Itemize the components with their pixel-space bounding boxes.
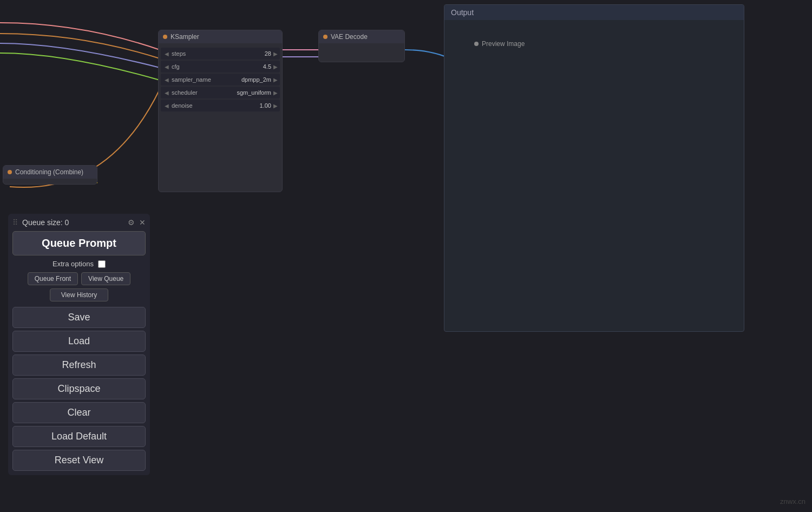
ksampler-body: ◀ steps 28 ▶ ◀ cfg 4.5 ▶ ◀ sampler_name … [159,43,282,192]
preview-dot [474,42,479,46]
vae-dot [323,35,328,39]
conditioning-header: Conditioning (Combine) [3,166,97,179]
close-button[interactable]: ✕ [139,218,146,227]
sampler-left-arrow[interactable]: ◀ [163,77,171,83]
conditioning-node[interactable]: Conditioning (Combine) [3,165,97,185]
extra-options-row: Extra options [12,260,146,268]
denoise-left-arrow[interactable]: ◀ [163,103,171,109]
output-title: Output [444,5,744,20]
cfg-left-arrow[interactable]: ◀ [163,64,171,70]
param-sampler-name[interactable]: ◀ sampler_name dpmpp_2m ▶ [161,74,280,86]
cfg-value: 4.5 [263,63,271,70]
refresh-button[interactable]: Refresh [12,355,146,376]
canvas-area: KSampler ◀ steps 28 ▶ ◀ cfg 4.5 ▶ ◀ samp… [0,0,812,512]
sidebar-panel: ⠿ Queue size: 0 ⚙ ✕ Queue Prompt Extra o… [8,214,150,475]
vae-header: VAE Decode [319,30,404,43]
preview-image-label: Preview Image [482,40,525,48]
cfg-right-arrow[interactable]: ▶ [273,64,278,70]
steps-name: steps [171,50,265,57]
ksampler-header: KSampler [159,30,282,43]
extra-options-checkbox[interactable] [98,260,106,268]
drag-handle-icon: ⠿ [12,218,18,227]
queue-buttons-row: Queue Front View Queue [12,272,146,285]
steps-right-arrow[interactable]: ▶ [273,51,278,57]
scheduler-name: scheduler [171,89,237,96]
view-history-button[interactable]: View History [50,288,108,301]
param-scheduler[interactable]: ◀ scheduler sgm_uniform ▶ [161,87,280,99]
param-steps[interactable]: ◀ steps 28 ▶ [161,48,280,60]
denoise-value: 1.00 [260,102,271,109]
vae-body [319,43,404,60]
scheduler-right-arrow[interactable]: ▶ [273,90,278,96]
save-button[interactable]: Save [12,307,146,328]
output-panel: Output Preview Image [444,4,744,332]
param-denoise[interactable]: ◀ denoise 1.00 ▶ [161,100,280,111]
sampler-name-label: sampler_name [171,76,241,83]
scheduler-left-arrow[interactable]: ◀ [163,90,171,96]
scheduler-value: sgm_uniform [237,89,271,96]
view-queue-button[interactable]: View Queue [81,272,130,285]
steps-value: 28 [265,50,271,57]
watermark: znwx.cn [780,497,806,506]
conditioning-dot [8,170,12,174]
ksampler-title: KSampler [171,33,199,41]
conditioning-title: Conditioning (Combine) [15,168,83,176]
sampler-name-value: dpmpp_2m [241,76,271,83]
reset-view-button[interactable]: Reset View [12,450,146,471]
ksampler-dot [163,35,167,39]
cfg-name: cfg [171,63,263,70]
view-history-row: View History [12,288,146,301]
queue-prompt-button[interactable]: Queue Prompt [12,231,146,255]
vae-decode-node[interactable]: VAE Decode [318,30,405,62]
load-button[interactable]: Load [12,331,146,352]
denoise-name: denoise [171,102,260,109]
clear-button[interactable]: Clear [12,402,146,423]
queue-front-button[interactable]: Queue Front [28,272,78,285]
sampler-right-arrow[interactable]: ▶ [273,77,278,83]
queue-size-label: Queue size: 0 [22,218,123,227]
vae-title: VAE Decode [331,33,368,41]
ksampler-node[interactable]: KSampler ◀ steps 28 ▶ ◀ cfg 4.5 ▶ ◀ samp… [158,30,283,192]
gear-button[interactable]: ⚙ [128,218,135,227]
steps-left-arrow[interactable]: ◀ [163,51,171,57]
load-default-button[interactable]: Load Default [12,426,146,447]
denoise-right-arrow[interactable]: ▶ [273,103,278,109]
extra-options-label: Extra options [53,260,94,268]
clipspace-button[interactable]: Clipspace [12,378,146,399]
param-cfg[interactable]: ◀ cfg 4.5 ▶ [161,61,280,73]
queue-header: ⠿ Queue size: 0 ⚙ ✕ [12,218,146,227]
